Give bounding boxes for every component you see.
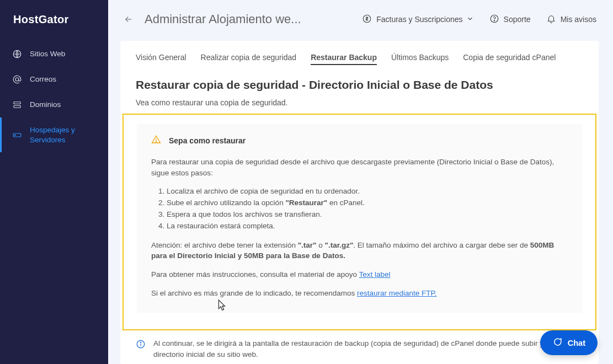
tab-vision-general[interactable]: Visión General <box>136 53 186 65</box>
bell-icon <box>546 14 556 25</box>
tab-restaurar-backup[interactable]: Restaurar Backup <box>311 53 377 65</box>
help-title: Sepa como restaurar <box>169 136 246 145</box>
support-link[interactable]: Soporte <box>489 14 531 25</box>
content-card: Visión General Realizar copia de segurid… <box>120 41 599 364</box>
step-3: Espera a que todos los archivos se trans… <box>167 209 568 221</box>
step-4: La restauración estará completa. <box>167 221 568 232</box>
text-label-link[interactable]: Text label <box>359 270 390 279</box>
tabs: Visión General Realizar copia de segurid… <box>120 53 599 75</box>
chat-fab[interactable]: Chat <box>540 330 598 355</box>
at-icon <box>12 74 22 84</box>
svg-point-11 <box>140 342 141 342</box>
section-subtitle: Vea como restaurar una copia de segurida… <box>120 95 599 114</box>
page-title: Administrar Alojamiento we... <box>145 12 332 26</box>
svg-rect-3 <box>14 106 20 108</box>
dollar-icon <box>362 14 372 25</box>
globe-icon <box>12 49 22 59</box>
step-2: Sube el archivo utilizando la opción "Re… <box>167 197 568 209</box>
warning-icon <box>151 135 161 147</box>
notice-row: Al continuar, se le dirigirá a la pantal… <box>120 330 599 360</box>
layers-icon <box>12 100 22 110</box>
sidebar-item-sitios-web[interactable]: Sitios Web <box>0 41 108 67</box>
sidebar-item-label: Dominios <box>30 100 61 110</box>
tab-ultimos-backups[interactable]: Últimos Backups <box>391 53 449 65</box>
chat-icon <box>552 337 562 349</box>
sidebar-item-label: Sitios Web <box>30 49 65 59</box>
sidebar-item-dominios[interactable]: Dominios <box>0 92 108 117</box>
main-area: Administrar Alojamiento we... Facturas y… <box>108 0 613 364</box>
topbar: Administrar Alojamiento we... Facturas y… <box>108 0 613 32</box>
server-icon <box>12 130 22 140</box>
notice-text: Al continuar, se le dirigirá a la pantal… <box>153 338 583 360</box>
sidebar-item-hospedajes[interactable]: Hospedajes y Servidores <box>0 117 108 152</box>
notices-link[interactable]: Mis avisos <box>546 14 596 25</box>
section-title: Restaurar copia de seguridad - Directori… <box>120 75 599 95</box>
sidebar: HostGator Sitios Web Correos Dominios Ho… <box>0 0 108 364</box>
svg-point-1 <box>15 78 19 81</box>
svg-rect-2 <box>14 102 20 104</box>
sidebar-item-label: Correos <box>30 74 56 84</box>
ftp-link[interactable]: restaurar mediante FTP. <box>357 289 437 297</box>
step-1: Localiza el archivo de copia de segurida… <box>167 186 568 197</box>
info-icon <box>136 339 146 352</box>
help-icon <box>489 14 499 25</box>
help-more: Para obtener más instrucciones, consulta… <box>151 269 568 280</box>
back-button[interactable] <box>122 13 135 25</box>
billing-label: Facturas y Suscripciones <box>376 15 462 24</box>
help-attention: Atención: el archivo debe tener la exten… <box>151 240 568 261</box>
brand-logo: HostGator <box>0 10 108 41</box>
billing-dropdown[interactable]: Facturas y Suscripciones <box>362 14 473 25</box>
notices-label: Mis avisos <box>561 15 596 24</box>
sidebar-item-label: Hospedajes y Servidores <box>30 125 96 144</box>
svg-point-9 <box>156 141 156 142</box>
chat-label: Chat <box>568 339 585 347</box>
svg-point-8 <box>494 20 494 20</box>
help-ftp: Si el archivo es más grande de lo indica… <box>151 288 568 299</box>
support-label: Soporte <box>504 15 531 24</box>
chevron-down-icon <box>466 15 474 24</box>
help-card: Sepa como restaurar Para restaurar una c… <box>137 124 582 313</box>
tab-realizar-copia[interactable]: Realizar copia de seguridad <box>201 53 297 65</box>
help-intro: Para restaurar una copia de seguridad de… <box>151 157 568 178</box>
svg-point-5 <box>15 135 16 136</box>
sidebar-item-correos[interactable]: Correos <box>0 67 108 92</box>
highlight-box: Sepa como restaurar Para restaurar una c… <box>122 114 596 330</box>
tab-copia-cpanel[interactable]: Copia de seguridad cPanel <box>463 53 556 65</box>
help-steps: Localiza el archivo de copia de segurida… <box>167 186 568 232</box>
